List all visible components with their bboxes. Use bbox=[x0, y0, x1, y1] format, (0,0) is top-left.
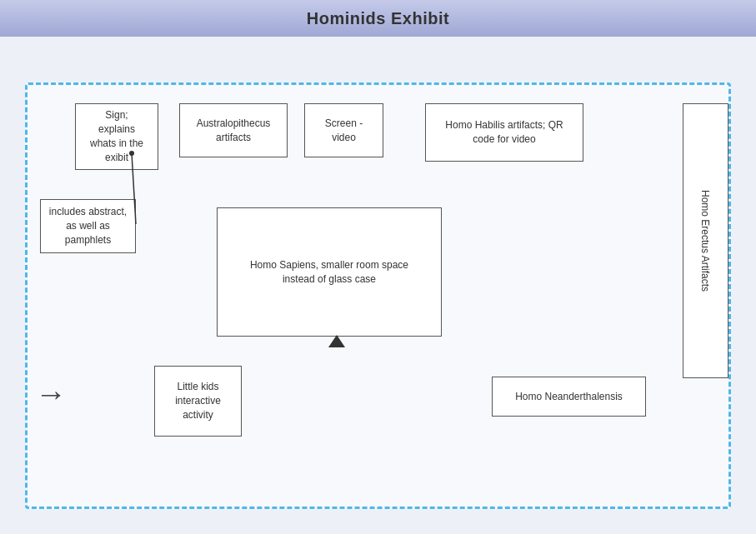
little-kids-box: Little kids interactive activity bbox=[154, 366, 242, 437]
homo-erectus-box: Homo Erectus Artifacts bbox=[683, 103, 728, 378]
pamphlets-box: includes abstract, as well as pamphlets bbox=[40, 199, 136, 253]
homo-sapiens-box: Homo Sapiens, smaller room space instead… bbox=[217, 207, 442, 337]
homo-habilis-box: Homo Habilis artifacts; QR code for vide… bbox=[425, 103, 583, 162]
sign-box: Sign; explains whats in the exibit bbox=[75, 103, 158, 170]
screen-video-box: Screen - video bbox=[304, 103, 383, 157]
entrance-arrow: → bbox=[35, 378, 67, 410]
homo-neanderthalensis-box: Homo Neanderthalensis bbox=[492, 377, 646, 417]
australopithecus-box: Australopithecus artifacts bbox=[179, 103, 288, 157]
page-title: Hominids Exhibit bbox=[307, 9, 449, 28]
canvas: Sign; explains whats in the exibit inclu… bbox=[0, 37, 756, 534]
title-bar: Hominids Exhibit bbox=[0, 0, 756, 37]
